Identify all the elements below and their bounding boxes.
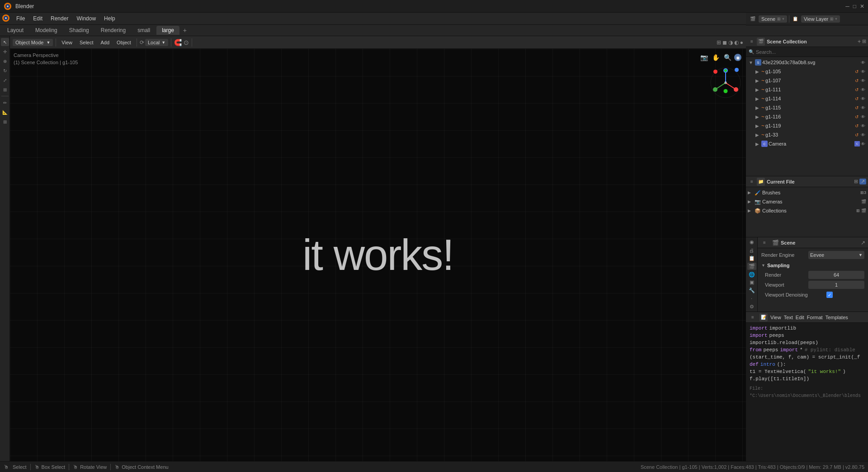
viewport-canvas[interactable]: Camera Perspective (1) Scene Collection … xyxy=(10,49,746,461)
add-tab-button[interactable]: + xyxy=(180,26,189,35)
prop-header-tab1[interactable]: ≡ xyxy=(760,239,769,247)
left-tool-measure[interactable]: 📐 xyxy=(1,108,9,116)
g1-107-vis-icon[interactable]: 👁 xyxy=(860,77,866,84)
view-layer-selector[interactable]: View Layer ⊞ + xyxy=(801,15,840,23)
file-search-icon[interactable]: ↗ xyxy=(859,179,866,184)
minimize-icon[interactable]: ─ xyxy=(845,3,849,9)
outliner-item-g1-115[interactable]: ▶ ~ g1-115 ↺ 👁 xyxy=(746,103,868,112)
shading-icon2[interactable]: ◑ xyxy=(728,39,733,46)
render-samples-value[interactable]: 64 xyxy=(808,271,864,279)
tab-layout[interactable]: Layout xyxy=(2,26,29,35)
render-engine-dropdown[interactable]: Eevee ▼ xyxy=(808,251,864,259)
snap-icon[interactable]: 🧲 xyxy=(174,39,182,46)
shading-icon4[interactable]: ● xyxy=(740,39,743,46)
script-menu-view[interactable]: View xyxy=(770,315,781,320)
g1-115-vis-icon[interactable]: 👁 xyxy=(860,104,866,111)
prop-tab-modifier[interactable]: 🔧 xyxy=(747,287,756,294)
axis-gizmo[interactable] xyxy=(710,67,741,99)
camera-gizmo-icon[interactable]: 📷 xyxy=(699,52,709,62)
menu-render[interactable]: Render xyxy=(47,14,72,23)
prop-tab-render[interactable]: ◉ xyxy=(747,239,756,246)
overlay-icon[interactable]: ⊞ xyxy=(717,39,721,46)
outliner-item-camera[interactable]: ▶ C Camera C 👁 xyxy=(746,139,868,148)
g1-114-vis-icon[interactable]: 👁 xyxy=(860,95,866,102)
tab-modeling[interactable]: Modeling xyxy=(30,26,63,35)
gizmo-toggle[interactable]: ◉ xyxy=(734,54,741,61)
outliner-item-g1-119[interactable]: ▶ ~ g1-119 ↺ 👁 xyxy=(746,121,868,130)
close-icon[interactable]: ✕ xyxy=(860,3,864,9)
prop-tab-object[interactable]: ▣ xyxy=(747,279,756,286)
view-btn[interactable]: View xyxy=(59,39,75,46)
left-tool-cursor[interactable]: ✛ xyxy=(1,47,9,56)
left-tool-transform[interactable]: ⊞ xyxy=(1,85,9,94)
viewport-denoising-checkbox[interactable]: ✓ xyxy=(826,292,833,298)
menu-file[interactable]: File xyxy=(13,14,28,23)
viewport-samples-value[interactable]: 1 xyxy=(808,281,864,289)
outliner-item-g1-107[interactable]: ▶ ~ g1-107 ↺ 👁 xyxy=(746,76,868,85)
file-browser-tab2[interactable]: 📁 xyxy=(757,178,765,186)
left-tool-move[interactable]: ⊕ xyxy=(1,57,9,65)
proportional-icon[interactable]: ⊙ xyxy=(184,39,189,46)
outliner-item-g1-33[interactable]: ▶ ~ g1-33 ↺ 👁 xyxy=(746,130,868,139)
search-gizmo-icon[interactable]: 🔍 xyxy=(722,52,732,62)
outliner-item-g1-114[interactable]: ▶ ~ g1-114 ↺ 👁 xyxy=(746,94,868,103)
script-menu-edit[interactable]: Edit xyxy=(796,315,804,320)
prop-tab-scene[interactable]: 🎬 xyxy=(747,263,756,270)
file-browser-tab1[interactable]: ≡ xyxy=(748,178,756,186)
prop-tab-particles[interactable]: · xyxy=(747,295,756,302)
file-item-cameras[interactable]: ▶ 📷 Cameras 🎬 xyxy=(746,197,868,206)
script-editor-content[interactable]: import importlib import peeps importlib.… xyxy=(746,323,868,461)
file-item-collections[interactable]: ▶ 📦 Collections ⊞ 🎬 xyxy=(746,206,868,215)
svg-visibility-icon[interactable]: 👁 xyxy=(860,59,866,66)
add-to-scene-icon[interactable]: + xyxy=(858,38,861,45)
left-tool-rotate[interactable]: ↻ xyxy=(1,66,9,75)
add-btn[interactable]: Add xyxy=(98,39,113,46)
outliner-icon-tab1[interactable]: ≡ xyxy=(748,38,756,46)
tab-small[interactable]: small xyxy=(132,26,156,35)
file-filter-icon[interactable]: ⊞ xyxy=(854,179,858,184)
camera-vis-icon[interactable]: 👁 xyxy=(860,141,866,147)
local-dropdown[interactable]: Local ▼ xyxy=(145,39,168,46)
prop-tab-physics[interactable]: ⚙ xyxy=(747,303,756,310)
menu-help[interactable]: Help xyxy=(100,14,119,23)
left-tool-select[interactable]: ↖ xyxy=(1,38,9,46)
scene-selector[interactable]: Scene ⊞ + xyxy=(759,15,787,23)
shading-icon1[interactable]: ◼ xyxy=(722,39,727,46)
script-menu-format[interactable]: Format xyxy=(807,315,823,320)
script-tab1[interactable]: ≡ xyxy=(749,313,757,321)
filter-outliner-icon[interactable]: ⊞ xyxy=(862,38,866,45)
sampling-expand-icon[interactable]: ▼ xyxy=(761,263,765,268)
file-item-brushes[interactable]: ▶ 🖌️ Brushes ⊞3 xyxy=(746,188,868,197)
left-tool-scale[interactable]: ⤢ xyxy=(1,76,9,84)
maximize-icon[interactable]: □ xyxy=(853,3,856,9)
object-btn[interactable]: Object xyxy=(114,39,134,46)
select-btn[interactable]: Select xyxy=(77,39,96,46)
menu-window[interactable]: Window xyxy=(73,14,99,23)
tab-rendering[interactable]: Rendering xyxy=(95,26,131,35)
left-tool-add[interactable]: ⊞ xyxy=(1,118,9,126)
object-mode-dropdown[interactable]: Object Mode ▼ xyxy=(13,39,53,46)
prop-expand-icon[interactable]: ↗ xyxy=(861,240,865,246)
hand-gizmo-icon[interactable]: ✋ xyxy=(711,52,721,62)
g1-119-vis-icon[interactable]: 👁 xyxy=(860,123,866,129)
outliner-search-input[interactable] xyxy=(756,49,865,55)
g1-111-vis-icon[interactable]: 👁 xyxy=(860,86,866,93)
prop-tab-output[interactable]: 🖨 xyxy=(747,247,756,254)
prop-tab-view-layer[interactable]: 📋 xyxy=(747,255,756,262)
menu-edit[interactable]: Edit xyxy=(29,14,46,23)
shading-icon3[interactable]: ◐ xyxy=(734,39,739,46)
script-tab2[interactable]: 📝 xyxy=(760,313,768,321)
outliner-item-g1-111[interactable]: ▶ ~ g1-111 ↺ 👁 xyxy=(746,85,868,94)
left-tool-annotate[interactable]: ✏ xyxy=(1,99,9,107)
script-menu-text[interactable]: Text xyxy=(784,315,793,320)
script-menu-templates[interactable]: Templates xyxy=(826,315,848,320)
tab-large[interactable]: large xyxy=(156,26,179,35)
g1-105-vis-icon[interactable]: 👁 xyxy=(860,68,866,75)
g1-116-vis-icon[interactable]: 👁 xyxy=(860,113,866,120)
g1-33-vis-icon[interactable]: 👁 xyxy=(860,132,866,138)
outliner-item-svg[interactable]: ▼ S 43e2290d3c78a0b8.svg 👁 xyxy=(746,58,868,67)
tab-shading[interactable]: Shading xyxy=(64,26,94,35)
outliner-item-g1-105[interactable]: ▶ ~ g1-105 ↺ 👁 xyxy=(746,67,868,76)
outliner-item-g1-116[interactable]: ▶ ~ g1-116 ↺ 👁 xyxy=(746,112,868,121)
prop-tab-world[interactable]: 🌐 xyxy=(747,271,756,278)
